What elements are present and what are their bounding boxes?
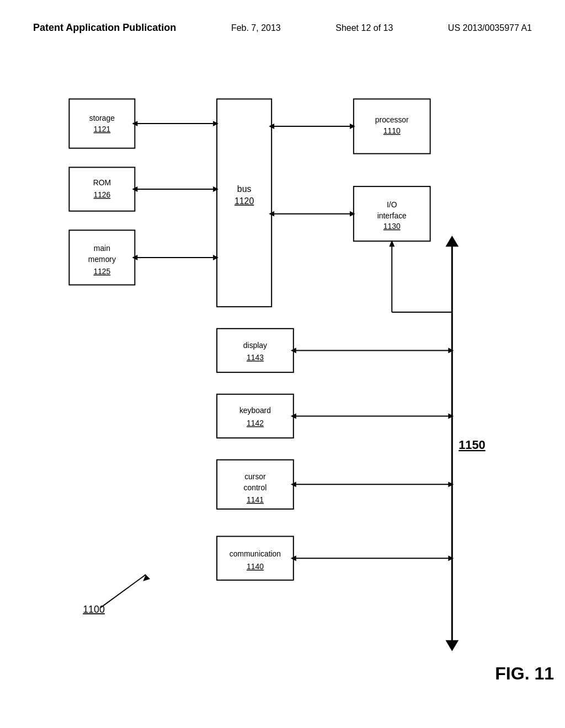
page: Patent Application Publication Feb. 7, 2… [0,0,565,728]
svg-text:1142: 1142 [247,419,264,427]
svg-text:1143: 1143 [247,353,264,362]
publication-date: Feb. 7, 2013 [231,23,281,33]
svg-text:bus: bus [237,184,252,194]
svg-text:control: control [244,483,267,492]
svg-rect-6 [69,167,135,211]
sheet-info: Sheet 12 of 13 [335,23,393,33]
svg-text:ROM: ROM [93,178,111,187]
publication-title: Patent Application Publication [33,22,176,34]
header: Patent Application Publication Feb. 7, 2… [33,22,532,34]
svg-text:memory: memory [88,255,116,264]
publication-number: US 2013/0035977 A1 [448,23,532,33]
svg-marker-36 [445,235,459,247]
svg-text:main: main [94,244,110,253]
svg-text:communication: communication [230,549,281,558]
svg-text:1141: 1141 [247,495,264,504]
svg-text:1125: 1125 [93,267,110,276]
diagram: bus 1120 storage 1121 ROM 1126 main memo… [33,66,532,695]
svg-line-68 [101,575,146,607]
svg-text:1150: 1150 [459,438,485,452]
svg-rect-39 [217,329,294,372]
svg-text:interface: interface [377,211,407,220]
svg-marker-37 [445,640,459,651]
svg-text:I/O: I/O [387,200,397,209]
svg-rect-42 [217,394,294,438]
svg-text:processor: processor [375,115,409,124]
svg-text:1130: 1130 [383,222,401,231]
svg-text:1140: 1140 [247,562,264,571]
svg-text:keyboard: keyboard [239,406,271,415]
svg-text:cursor: cursor [244,472,266,481]
svg-rect-3 [69,99,135,148]
svg-text:1110: 1110 [383,126,401,135]
svg-text:1126: 1126 [93,190,110,199]
svg-text:display: display [243,341,267,350]
figure-label: FIG. 11 [495,663,554,684]
svg-text:1120: 1120 [234,196,254,206]
svg-text:1100: 1100 [83,604,105,615]
svg-text:storage: storage [89,114,115,122]
svg-text:1121: 1121 [93,125,110,133]
